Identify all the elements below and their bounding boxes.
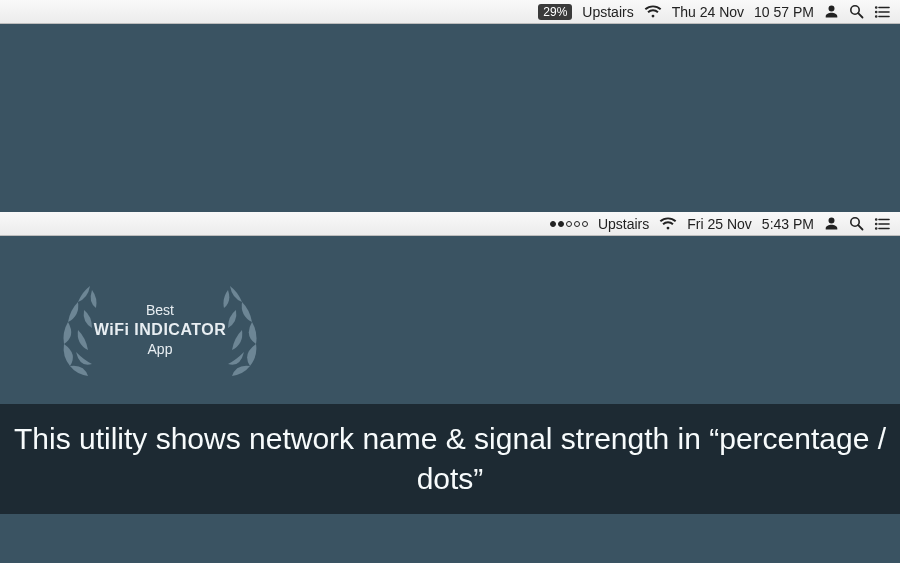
svg-point-6 — [876, 16, 877, 17]
time-text: 5:43 PM — [762, 216, 814, 232]
menubar-percentage: 29% Upstairs Thu 24 Nov 10 57 PM — [0, 0, 900, 24]
spotlight-search-icon[interactable] — [849, 4, 864, 19]
wifi-icon[interactable] — [644, 5, 662, 19]
network-name[interactable]: Upstairs — [582, 4, 633, 20]
time-text: 10 57 PM — [754, 4, 814, 20]
signal-dot-4 — [574, 221, 580, 227]
signal-dot-2 — [558, 221, 564, 227]
svg-point-10 — [876, 219, 877, 220]
signal-percentage-badge[interactable]: 29% — [538, 4, 572, 20]
award-badge: Best WiFi INDICATOR App — [50, 280, 270, 380]
menubar-dots: Upstairs Fri 25 Nov 5:43 PM — [0, 212, 900, 236]
svg-point-4 — [876, 11, 877, 12]
date-text: Thu 24 Nov — [672, 4, 744, 20]
network-name[interactable]: Upstairs — [598, 216, 649, 232]
user-icon[interactable] — [824, 216, 839, 231]
user-icon[interactable] — [824, 4, 839, 19]
signal-dot-3 — [566, 221, 572, 227]
award-text: Best WiFi INDICATOR App — [94, 301, 226, 358]
award-line1: Best — [94, 301, 226, 319]
date-text: Fri 25 Nov — [687, 216, 752, 232]
signal-dot-5 — [582, 221, 588, 227]
caption-bar: This utility shows network name & signal… — [0, 404, 900, 514]
svg-point-2 — [876, 7, 877, 8]
svg-line-9 — [858, 225, 862, 229]
notification-center-icon[interactable] — [874, 217, 890, 231]
svg-point-12 — [876, 223, 877, 224]
signal-dot-1 — [550, 221, 556, 227]
award-line2-rest: INDICATOR — [134, 321, 226, 338]
signal-dots-indicator[interactable] — [550, 221, 588, 227]
laurel-left-icon — [44, 280, 104, 380]
wifi-icon[interactable] — [659, 217, 677, 231]
notification-center-icon[interactable] — [874, 5, 890, 19]
spotlight-search-icon[interactable] — [849, 216, 864, 231]
laurel-right-icon — [216, 280, 276, 380]
award-line2: WiFi INDICATOR — [94, 320, 226, 341]
award-line3: App — [94, 340, 226, 358]
svg-line-1 — [858, 13, 862, 17]
caption-text: This utility shows network name & signal… — [10, 419, 890, 500]
svg-point-14 — [876, 228, 877, 229]
